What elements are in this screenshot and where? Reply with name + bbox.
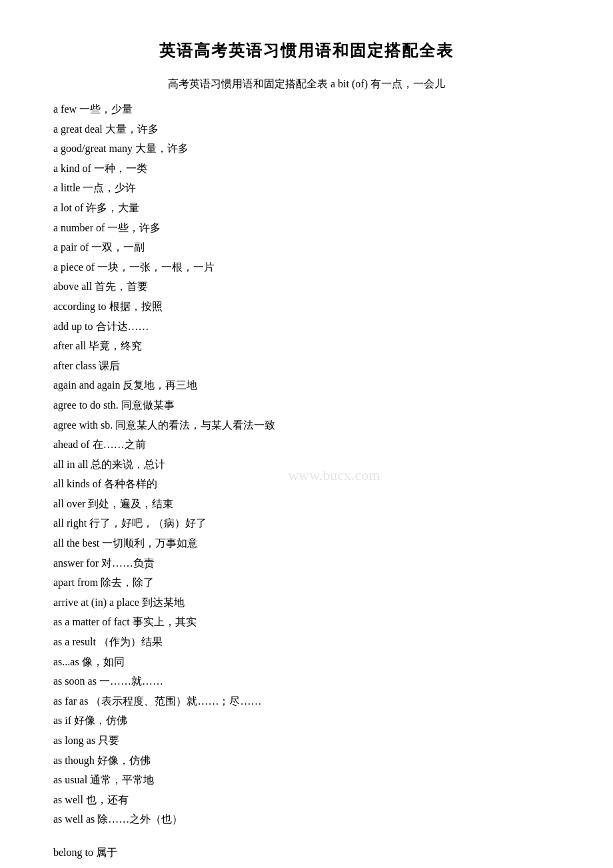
list-item: arrive at (in) a place 到达某地 (53, 593, 560, 613)
list-item: as...as 像，如同 (53, 652, 560, 672)
list-item: a pair of 一双，一副 (53, 237, 560, 257)
list-item: as well 也，还有 (53, 790, 560, 810)
list-item: add up to 合计达…… (53, 317, 560, 337)
list-item: all the best 一切顺利，万事如意 (53, 533, 560, 553)
list-item: agree with sb. 同意某人的看法，与某人看法一致 (53, 415, 560, 435)
page-title: 英语高考英语习惯用语和固定搭配全表 (53, 40, 560, 61)
list-item: answer for 对……负责 (53, 553, 560, 573)
list-item: a kind of 一种，一类 (53, 159, 560, 179)
list-item: a number of 一些，许多 (53, 218, 560, 238)
list-item: all over 到处，遍及，结束 (53, 494, 560, 514)
entries2-list: belong to 属于 (53, 843, 560, 863)
list-item: as far as （表示程度、范围）就……；尽…… (53, 691, 560, 711)
list-item: a piece of 一块，一张，一根，一片 (53, 257, 560, 277)
subtitle: 高考英语习惯用语和固定搭配全表 a bit (of) 有一点，一会儿 (53, 77, 560, 91)
list-item: above all 首先，首要 (53, 277, 560, 297)
list-item: as soon as 一……就…… (53, 671, 560, 691)
list-item: a good/great many 大量，许多 (53, 139, 560, 159)
list-item: all kinds of 各种各样的 (53, 474, 560, 494)
list-item: according to 根据，按照 (53, 297, 560, 317)
list-item: ahead of 在……之前 (53, 435, 560, 455)
list-item: belong to 属于 (53, 843, 560, 863)
entries-list: a few 一些，少量a great deal 大量，许多a good/grea… (53, 99, 560, 829)
list-item: all in all 总的来说，总计 (53, 455, 560, 475)
list-item: a few 一些，少量 (53, 99, 560, 119)
list-item: as usual 通常，平常地 (53, 770, 560, 790)
list-item: after class 课后 (53, 356, 560, 376)
list-item: again and again 反复地，再三地 (53, 375, 560, 395)
list-item: after all 毕竟，终究 (53, 336, 560, 356)
list-item: as well as 除……之外（也） (53, 809, 560, 829)
list-item: as if 好像，仿佛 (53, 711, 560, 731)
list-item: apart from 除去，除了 (53, 573, 560, 593)
list-item: a little 一点，少许 (53, 178, 560, 198)
list-item: all right 行了，好吧，（病）好了 (53, 513, 560, 533)
list-item: agree to do sth. 同意做某事 (53, 395, 560, 415)
list-item: as a result （作为）结果 (53, 632, 560, 652)
list-item: as though 好像，仿佛 (53, 751, 560, 771)
list-item: as a matter of fact 事实上，其实 (53, 612, 560, 632)
list-item: a great deal 大量，许多 (53, 119, 560, 139)
list-item: as long as 只要 (53, 731, 560, 751)
list-item: a lot of 许多，大量 (53, 198, 560, 218)
